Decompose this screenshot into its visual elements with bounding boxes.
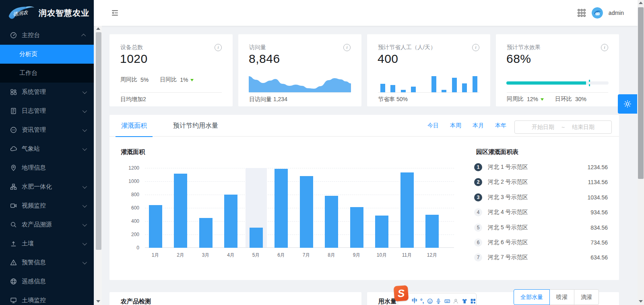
sidebar-item-analysis[interactable]: 分析页	[0, 45, 94, 64]
globe-icon	[10, 278, 17, 285]
chart-bar	[174, 174, 187, 248]
sidebar-item-label: 视频监控	[22, 202, 46, 210]
mini-bar	[462, 83, 467, 92]
skin-icon[interactable]	[462, 298, 468, 305]
monitor-icon	[10, 297, 17, 304]
sidebar-item-label: 系统管理	[22, 88, 46, 96]
scroll-down-icon[interactable]	[96, 300, 100, 303]
park-name: 河北 2 号示范区	[488, 178, 528, 186]
start-date-placeholder: 开始日期	[532, 124, 554, 131]
brand-swoosh-icon: 德润农	[6, 4, 37, 22]
quick-range-3[interactable]: 本年	[495, 122, 506, 129]
progress-fill	[506, 81, 586, 85]
scroll-up-icon[interactable]	[96, 27, 100, 30]
irrigated-area-value: 634.56	[590, 254, 608, 261]
water-type-button-group: 全部水量喷灌滴灌	[514, 289, 599, 305]
info-icon[interactable]	[601, 44, 608, 51]
username[interactable]: admin	[609, 10, 624, 16]
quick-range-2[interactable]: 本月	[473, 122, 484, 129]
quick-range-links: 今日本周本月本年	[427, 115, 506, 136]
divider	[120, 92, 222, 93]
dashboard-icon	[10, 32, 17, 39]
info-icon[interactable]	[472, 44, 479, 51]
scroll-up-icon[interactable]	[639, 2, 643, 4]
y-tick-label: 400	[119, 218, 139, 224]
y-tick-label: 1000	[119, 178, 139, 184]
app-logo[interactable]: 德润农 润农智慧农业	[0, 0, 94, 26]
mini-bar	[431, 76, 436, 92]
sidebar-item-news[interactable]: 资讯管理	[0, 120, 94, 139]
trend-value: 30%	[575, 96, 586, 102]
scroll-down-icon[interactable]	[639, 300, 643, 303]
sidebar-item-workbench[interactable]: 工作台	[0, 64, 94, 83]
sidebar-item-weather-station[interactable]: 气象站	[0, 139, 94, 158]
rank-badge: 6	[474, 239, 482, 247]
x-tick-label: 4月	[221, 252, 241, 259]
irrigated-area-value: 934.56	[590, 209, 608, 216]
chart-bar	[275, 169, 288, 248]
irrigation-panel: 灌溉面积 预计节约用水量 今日本周本月本年 开始日期 ~ 结束日期 灌溉面积 0…	[109, 115, 619, 280]
sidebar-item-geo-info[interactable]: 地理信息	[0, 158, 94, 177]
divider	[507, 92, 608, 93]
ranking-row: 5河北 5 号示范区834.56	[474, 223, 608, 232]
card-title: 用水量	[378, 298, 396, 305]
sidebar-item-soil[interactable]: 土壤	[0, 234, 94, 253]
tab-irrigation-area[interactable]: 灌溉面积	[116, 115, 153, 137]
trend-down-icon	[190, 79, 194, 83]
chart-bar	[425, 215, 439, 248]
sidebar-item-soil-moisture[interactable]: 土墒监控	[0, 291, 94, 305]
date-separator: ~	[561, 124, 565, 131]
trend-label: 日同比	[160, 76, 177, 83]
toolbox-icon[interactable]	[470, 298, 476, 305]
theme-settings-button[interactable]	[618, 94, 637, 114]
sogou-logo[interactable]: S	[394, 285, 409, 301]
y-tick-label: 600	[119, 205, 139, 211]
progress-target-marker	[589, 80, 590, 86]
trend-label: 日环比	[555, 95, 572, 103]
keyboard-icon[interactable]	[444, 298, 450, 305]
menu-fold-icon[interactable]	[111, 9, 119, 17]
quick-range-1[interactable]: 本周	[450, 122, 461, 129]
card-title: 农产品检测	[121, 298, 151, 305]
end-date-placeholder: 结束日期	[572, 124, 594, 131]
sidebar-item-logs[interactable]: 日志管理	[0, 102, 94, 120]
sidebar-item-label: 遥感信息	[22, 278, 46, 285]
chinese-mode-icon[interactable]: 中	[412, 297, 417, 305]
water-tab-1[interactable]: 喷灌	[549, 289, 574, 305]
stat-trend: 同周比 12% 日环比 30%	[507, 95, 586, 103]
page-scroll-thumb[interactable]	[638, 7, 644, 179]
sidebar-item-video-monitor[interactable]: 视频监控	[0, 196, 94, 215]
stat-title: 访问量	[249, 44, 266, 51]
microphone-icon[interactable]	[436, 298, 442, 305]
water-tab-0[interactable]: 全部水量	[514, 289, 550, 305]
water-tab-2[interactable]: 滴灌	[574, 289, 599, 305]
page-scrollbar[interactable]	[638, 0, 644, 305]
chart-bar	[325, 196, 338, 248]
mini-bar	[473, 76, 477, 92]
sidebar-item-label: 水肥一体化	[22, 183, 52, 191]
sidebar-item-product-trace[interactable]: 农产品溯源	[0, 215, 94, 234]
sidebar-item-system[interactable]: 系统管理	[0, 83, 94, 102]
apps-grid-icon[interactable]	[577, 8, 586, 17]
user-avatar[interactable]	[592, 7, 603, 19]
irrigation-bar-chart: 0200400600800100012001月2月3月4月5月6月7月8月9月1…	[145, 168, 454, 248]
passport-icon[interactable]	[453, 298, 459, 305]
info-icon[interactable]	[215, 44, 222, 51]
emoji-icon[interactable]	[427, 298, 433, 305]
info-icon[interactable]	[343, 44, 351, 51]
quick-range-0[interactable]: 今日	[427, 122, 439, 129]
divider	[378, 92, 479, 93]
stat-footer: 日均增加2	[120, 96, 146, 103]
sidebar-scrollbar[interactable]	[95, 26, 102, 305]
punctuation-icon[interactable]: °,	[420, 298, 424, 304]
tab-estimated-water-saving[interactable]: 预计节约用水量	[167, 115, 224, 136]
sidebar-item-console[interactable]: 主控台	[0, 26, 94, 45]
y-tick-label: 800	[119, 192, 139, 197]
x-tick-label: 1月	[145, 252, 165, 259]
date-range-picker[interactable]: 开始日期 ~ 结束日期	[514, 120, 612, 134]
sidebar-item-alert-info[interactable]: 预警信息	[0, 253, 94, 272]
x-tick-label: 11月	[397, 252, 417, 259]
sidebar-item-remote-sensing[interactable]: 遥感信息	[0, 272, 94, 291]
sidebar-item-water-fertilizer[interactable]: 水肥一体化	[0, 177, 94, 196]
sidebar-scroll-thumb[interactable]	[96, 32, 101, 250]
